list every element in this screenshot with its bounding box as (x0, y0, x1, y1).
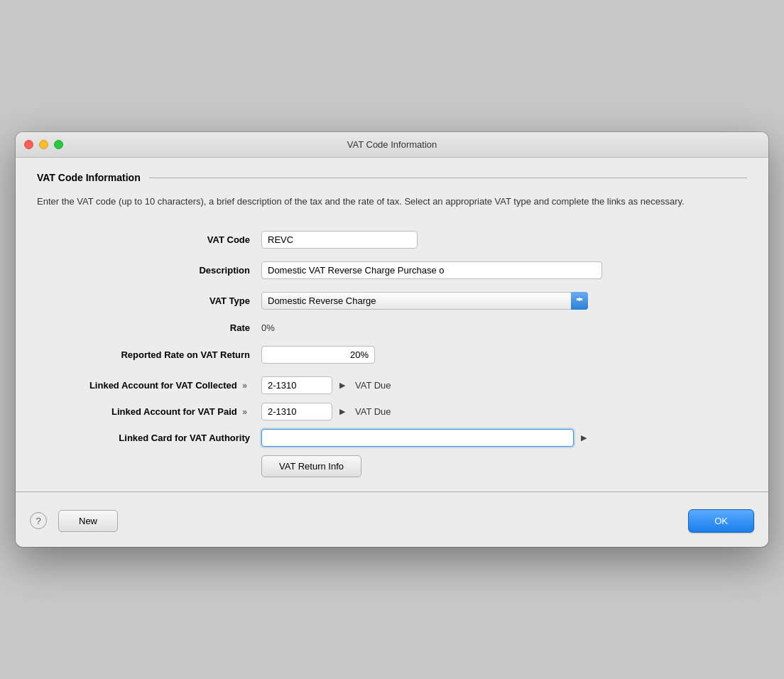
linked-paid-input[interactable] (261, 403, 332, 420)
form-area: VAT Code Description VAT Type Domestic R… (37, 231, 747, 477)
linked-paid-name: VAT Due (355, 406, 391, 417)
traffic-lights (24, 140, 63, 149)
reported-rate-row: Reported Rate on VAT Return (51, 346, 733, 364)
main-window: VAT Code Information VAT Code Informatio… (16, 132, 768, 547)
footer: ? New OK (16, 504, 768, 547)
section-header: VAT Code Information (37, 172, 747, 183)
vat-type-row: VAT Type Domestic Reverse Charge Standar… (51, 292, 733, 310)
rate-label: Rate (51, 322, 250, 333)
ok-button[interactable]: OK (688, 509, 754, 533)
rate-row: Rate 0% (51, 322, 733, 333)
chevron-paid-icon: » (242, 407, 247, 417)
vat-type-select[interactable]: Domestic Reverse Charge Standard Reduced… (261, 292, 588, 310)
description-row: Description (51, 261, 733, 279)
chevron-collected-icon: » (242, 381, 247, 391)
linked-paid-row: Linked Account for VAT Paid » VAT Due (51, 403, 733, 420)
vat-code-input[interactable] (261, 231, 418, 249)
content-area: VAT Code Information Enter the VAT code … (16, 158, 768, 477)
section-title: VAT Code Information (37, 172, 141, 183)
vat-type-select-wrapper: Domestic Reverse Charge Standard Reduced… (261, 292, 588, 310)
vat-code-row: VAT Code (51, 231, 733, 249)
linked-authority-arrow-button[interactable] (577, 430, 591, 445)
help-button[interactable]: ? (30, 512, 47, 529)
linked-authority-label: Linked Card for VAT Authority (51, 433, 250, 443)
linked-collected-arrow-button[interactable] (335, 378, 349, 392)
reported-rate-input[interactable] (261, 346, 375, 364)
linked-paid-label: Linked Account for VAT Paid » (51, 406, 250, 417)
linked-authority-row: Linked Card for VAT Authority (51, 429, 733, 447)
description-label: Description (51, 265, 250, 276)
linked-collected-input[interactable] (261, 376, 332, 394)
vat-return-info-button[interactable]: VAT Return Info (261, 455, 361, 477)
minimize-button[interactable] (39, 140, 48, 149)
linked-collected-row: Linked Account for VAT Collected » VAT D… (51, 376, 733, 394)
linked-authority-input[interactable] (261, 429, 574, 447)
maximize-button[interactable] (54, 140, 63, 149)
linked-collected-label: Linked Account for VAT Collected » (51, 380, 250, 391)
window-title: VAT Code Information (347, 139, 437, 150)
rate-value: 0% (261, 322, 275, 333)
linked-paid-arrow-button[interactable] (335, 404, 349, 418)
vat-type-label: VAT Type (51, 295, 250, 306)
titlebar: VAT Code Information (16, 132, 768, 158)
section-divider (149, 178, 747, 178)
new-button[interactable]: New (58, 510, 118, 532)
vat-return-row: VAT Return Info (261, 455, 733, 477)
reported-rate-label: Reported Rate on VAT Return (51, 349, 250, 360)
linked-collected-name: VAT Due (355, 380, 391, 391)
description-input[interactable] (261, 261, 602, 279)
vat-code-label: VAT Code (51, 234, 250, 245)
close-button[interactable] (24, 140, 33, 149)
description-text: Enter the VAT code (up to 10 characters)… (37, 195, 747, 210)
footer-divider (16, 491, 768, 492)
